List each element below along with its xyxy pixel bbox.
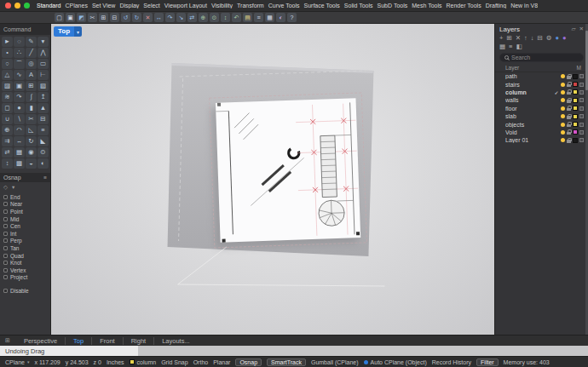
tool-icon[interactable]: ▩: [14, 158, 25, 169]
tool-icon[interactable]: ≋: [2, 92, 13, 102]
layer-material-chip[interactable]: [579, 83, 584, 87]
layer-material-chip[interactable]: [579, 98, 584, 102]
layer-visibility-bulb-icon[interactable]: [561, 123, 565, 127]
tool-icon[interactable]: ⇉: [2, 136, 13, 146]
layers-toolbar-icon[interactable]: ⊟: [537, 35, 542, 42]
tool-icon[interactable]: ▦: [14, 147, 25, 158]
toolbar-icon[interactable]: ↕: [221, 13, 230, 22]
osnap-option[interactable]: Tan: [3, 244, 47, 252]
toolbar-icon[interactable]: ⊟: [110, 13, 119, 22]
toolbar-icon[interactable]: ◩: [77, 13, 86, 22]
layer-material-chip[interactable]: [579, 74, 584, 78]
grid-snap-toggle[interactable]: Grid Snap: [161, 359, 188, 365]
tool-icon[interactable]: ►: [2, 37, 13, 47]
layer-row[interactable]: stairs: [495, 80, 588, 88]
tool-icon[interactable]: ▮: [26, 103, 37, 113]
toolbar-icon[interactable]: ▦: [265, 13, 274, 22]
auto-cplane-toggle[interactable]: Auto CPlane (Object): [364, 359, 427, 365]
layer-material-chip[interactable]: [579, 90, 584, 95]
osnap-option[interactable]: Int: [3, 230, 47, 238]
layer-material-chip[interactable]: [579, 130, 584, 135]
osnap-checkbox[interactable]: [3, 238, 8, 243]
layer-lock-icon[interactable]: [567, 89, 571, 95]
tool-icon[interactable]: ○: [2, 59, 13, 69]
layers-toolbar-icon[interactable]: ⊞: [506, 35, 511, 42]
layer-visibility-bulb-icon[interactable]: [561, 74, 565, 78]
osnap-option[interactable]: Quad: [3, 252, 47, 260]
toolbar-icon[interactable]: ↔: [154, 13, 164, 22]
tool-icon[interactable]: ╱: [26, 48, 37, 58]
toolbar-icon[interactable]: ▣: [66, 13, 75, 22]
toolbar-icon[interactable]: ⇄: [187, 13, 197, 22]
toolbar-icon[interactable]: ↻: [132, 13, 141, 22]
toolbar-icon[interactable]: ✕: [143, 13, 153, 22]
layer-color-chip[interactable]: [573, 129, 578, 135]
layer-search-input[interactable]: [511, 54, 573, 60]
tool-icon[interactable]: ✎: [26, 37, 37, 47]
osnap-icon[interactable]: ▾: [12, 184, 14, 191]
planar-toggle[interactable]: Planar: [213, 359, 230, 365]
toolbar-icon[interactable]: ▤: [243, 13, 252, 22]
layers-toolbar-icon[interactable]: ●: [556, 35, 560, 42]
menu-item[interactable]: Display: [119, 3, 139, 9]
filter-toggle[interactable]: Filter: [476, 358, 499, 366]
toolbar-icon[interactable]: ↘: [176, 13, 186, 22]
layers-toolbar-icon[interactable]: ⚙: [546, 35, 552, 42]
menu-item[interactable]: Transform: [237, 3, 264, 9]
menu-item[interactable]: Drafting: [486, 3, 507, 9]
layer-visibility-bulb-icon[interactable]: [561, 130, 565, 135]
command-prompt[interactable]: Undoing Drag: [0, 346, 138, 356]
toolbar-icon[interactable]: ⊙: [210, 13, 219, 22]
layer-color-chip[interactable]: [573, 82, 578, 87]
viewport-tab[interactable]: Layouts...: [153, 337, 198, 345]
layer-material-chip[interactable]: [579, 123, 584, 127]
layer-lock-icon[interactable]: [567, 98, 571, 103]
viewport-name[interactable]: Top: [54, 26, 74, 37]
viewport-tab[interactable]: Top: [65, 337, 91, 345]
osnap-checkbox[interactable]: [3, 268, 8, 272]
tool-icon[interactable]: ∴: [14, 48, 25, 58]
tool-icon[interactable]: ◒: [26, 158, 37, 169]
tool-icon[interactable]: ⌒: [14, 59, 25, 69]
layers-toolbar-icon[interactable]: ●: [562, 35, 567, 42]
layer-row[interactable]: walls: [495, 96, 588, 104]
layer-material-chip[interactable]: [579, 138, 584, 142]
layer-row[interactable]: Void: [495, 129, 588, 136]
layer-row[interactable]: path: [495, 72, 588, 80]
maximize-button[interactable]: [24, 3, 30, 9]
layer-lock-icon[interactable]: [567, 82, 571, 87]
toolbar-icon[interactable]: ◐: [276, 13, 285, 22]
layer-lock-icon[interactable]: [567, 114, 571, 119]
current-layer-indicator[interactable]: column: [130, 359, 157, 365]
menu-item[interactable]: New in V8: [510, 3, 538, 9]
tool-icon[interactable]: ⊞: [26, 81, 37, 91]
tool-icon[interactable]: ∖: [14, 114, 25, 124]
toolbar-icon[interactable]: ↷: [165, 13, 175, 22]
osnap-option[interactable]: Knot: [3, 259, 47, 267]
viewport-menu-caret-icon[interactable]: ▾: [74, 26, 82, 37]
osnap-option[interactable]: Point: [3, 208, 47, 215]
osnap-checkbox[interactable]: [3, 261, 8, 265]
layer-lock-icon[interactable]: [567, 129, 571, 135]
tool-icon[interactable]: ⊟: [37, 114, 49, 124]
tool-icon[interactable]: A: [26, 70, 37, 80]
toolbar-icon[interactable]: ⊕: [199, 13, 208, 22]
osnap-checkbox[interactable]: [3, 254, 8, 258]
layer-row[interactable]: objects: [495, 120, 588, 128]
layer-color-chip[interactable]: [573, 138, 578, 143]
tool-icon[interactable]: ⊕: [2, 125, 13, 135]
record-history-toggle[interactable]: Record History: [432, 359, 471, 365]
toolbar-icon[interactable]: ↶: [232, 13, 241, 22]
osnap-option[interactable]: Project: [3, 274, 47, 282]
tool-icon[interactable]: ⊙: [37, 147, 49, 158]
layers-view-icon[interactable]: ◧: [516, 43, 522, 50]
viewport-tab[interactable]: Perspective: [16, 337, 65, 345]
menu-item[interactable]: Render Tools: [447, 3, 481, 9]
layer-material-chip[interactable]: [579, 114, 584, 118]
viewport-tab[interactable]: Right: [123, 337, 154, 345]
viewport-layout-icon[interactable]: ⊞: [5, 337, 10, 344]
tool-icon[interactable]: ◻: [2, 103, 13, 113]
tool-icon[interactable]: ↕: [2, 158, 13, 169]
osnap-icon[interactable]: ◇: [3, 184, 8, 191]
menu-item[interactable]: Curve Tools: [268, 3, 300, 9]
